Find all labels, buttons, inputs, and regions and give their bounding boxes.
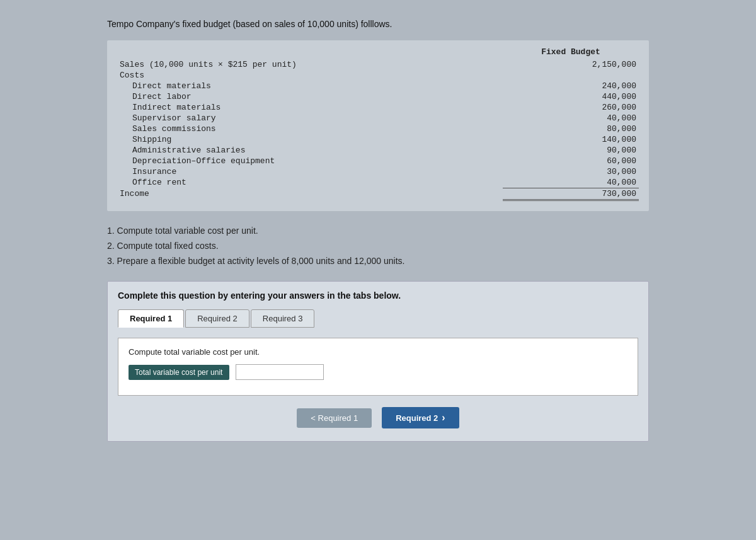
row-value: 40,000 [503,177,639,188]
next-button[interactable]: Required 2 [382,407,459,428]
row-value: 30,000 [503,166,639,177]
navigation-row: < Required 1 Required 2 [118,407,638,428]
row-label: Insurance [117,166,503,177]
tab-content-description: Compute total variable cost per unit. [129,347,627,357]
row-label: Shipping [117,134,503,145]
task-item-2: 2. Compute total fixed costs. [107,239,649,254]
table-row: Office rent 40,000 [117,177,639,188]
row-value: 140,000 [503,134,639,145]
row-label: Depreciation–Office equipment [117,156,503,166]
field-label-variable-cost: Total variable cost per unit [129,365,229,380]
row-value: 40,000 [503,113,639,124]
row-label: Administrative salaries [117,145,503,156]
row-value: 80,000 [503,124,639,134]
complete-instruction: Complete this question by entering your … [118,290,638,301]
total-variable-cost-row: Total variable cost per unit [129,364,627,380]
tab-required3[interactable]: Required 3 [251,309,315,328]
page-container: Tempo Company's fixed budget (based on s… [107,19,649,442]
tasks-section: 1. Compute total variable cost per unit.… [107,224,649,268]
table-row: Sales commissions 80,000 [117,124,639,134]
intro-text: Tempo Company's fixed budget (based on s… [107,19,649,29]
tab-required2[interactable]: Required 2 [185,309,249,328]
prev-button[interactable]: < Required 1 [297,408,372,428]
tabs-row: Required 1 Required 2 Required 3 [118,309,638,328]
row-value [503,70,639,81]
tab-content-required1: Compute total variable cost per unit. To… [118,338,638,396]
task-item-3: 3. Prepare a flexible budget at activity… [107,254,649,269]
row-label: Sales commissions [117,124,503,134]
table-row: Administrative salaries 90,000 [117,145,639,156]
table-row: Insurance 30,000 [117,166,639,177]
table-row: Costs [117,70,639,81]
row-value: 260,000 [503,102,639,113]
budget-table: Fixed Budget Sales (10,000 units × $215 … [117,47,639,201]
row-label: Income [117,188,503,200]
table-row: Direct materials 240,000 [117,81,639,91]
budget-header-empty [117,47,503,59]
row-label: Costs [117,70,503,81]
row-label: Sales (10,000 units × $215 per unit) [117,59,503,70]
table-row: Indirect materials 260,000 [117,102,639,113]
row-label: Direct materials [117,81,503,91]
table-row: Income 730,000 [117,188,639,200]
table-row: Shipping 140,000 [117,134,639,145]
row-value: 440,000 [503,91,639,102]
total-variable-cost-input[interactable] [236,364,324,380]
budget-header-label: Fixed Budget [503,47,639,59]
tab-required1[interactable]: Required 1 [118,309,184,328]
row-value: 730,000 [503,188,639,200]
budget-table-wrapper: Fixed Budget Sales (10,000 units × $215 … [107,40,649,211]
task-item-1: 1. Compute total variable cost per unit. [107,224,649,239]
row-value: 240,000 [503,81,639,91]
row-label: Direct labor [117,91,503,102]
row-value: 2,150,000 [503,59,639,70]
table-row: Depreciation–Office equipment 60,000 [117,156,639,166]
row-label: Indirect materials [117,102,503,113]
table-row: Direct labor 440,000 [117,91,639,102]
row-value: 60,000 [503,156,639,166]
table-row: Supervisor salary 40,000 [117,113,639,124]
table-row: Sales (10,000 units × $215 per unit) 2,1… [117,59,639,70]
budget-header-row: Fixed Budget [117,47,639,59]
row-label: Supervisor salary [117,113,503,124]
row-value: 90,000 [503,145,639,156]
row-label: Office rent [117,177,503,188]
complete-box: Complete this question by entering your … [107,281,649,442]
